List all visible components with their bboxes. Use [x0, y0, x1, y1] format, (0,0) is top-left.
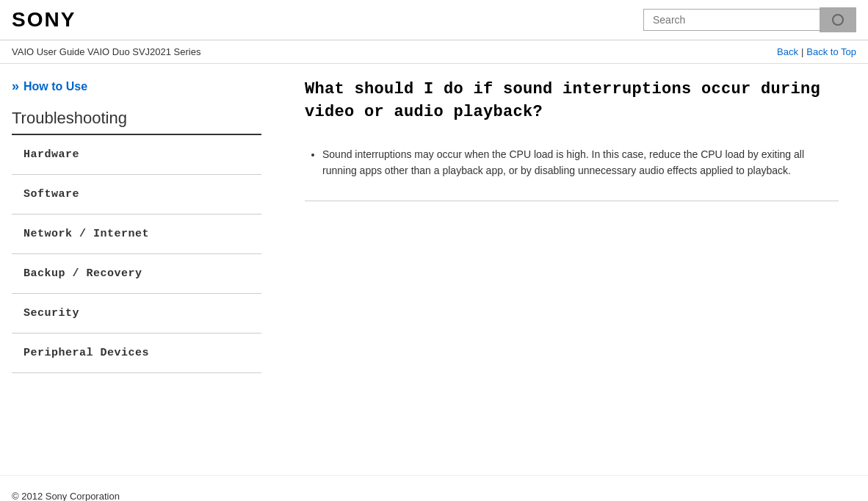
copyright-text: © 2012 Sony Corporation	[12, 491, 120, 501]
sidebar-nav: Hardware Software Network / Internet Bac…	[12, 135, 264, 373]
troubleshooting-title: Troubleshooting	[12, 109, 264, 128]
sidebar-item-backup-recovery[interactable]: Backup / Recovery	[12, 254, 261, 293]
search-icon	[832, 14, 844, 26]
content-divider	[305, 201, 839, 201]
guide-title: VAIO User Guide VAIO Duo SVJ2021 Series	[12, 46, 200, 57]
sidebar: » How to Use Troubleshooting Hardware So…	[0, 64, 275, 475]
content-list: Sound interruptions may occur when the C…	[305, 146, 839, 179]
back-link[interactable]: Back	[777, 46, 798, 57]
list-item: Backup / Recovery	[12, 254, 261, 294]
sony-logo: SONY	[12, 8, 76, 32]
list-item: Security	[12, 294, 261, 334]
sidebar-item-software[interactable]: Software	[12, 175, 261, 214]
breadcrumb-links: Back | Back to Top	[777, 46, 856, 57]
search-area	[643, 7, 856, 32]
breadcrumb-bar: VAIO User Guide VAIO Duo SVJ2021 Series …	[0, 40, 868, 64]
list-item: Peripheral Devices	[12, 334, 261, 373]
main-layout: » How to Use Troubleshooting Hardware So…	[0, 64, 868, 475]
header: SONY	[0, 0, 868, 40]
how-to-use-link[interactable]: » How to Use	[12, 79, 264, 94]
search-button[interactable]	[820, 7, 856, 32]
breadcrumb-separator: |	[801, 46, 803, 57]
how-to-use-label: How to Use	[23, 80, 87, 93]
search-input[interactable]	[643, 9, 820, 31]
content-title: What should I do if sound interruptions …	[305, 79, 839, 124]
troubleshooting-section: Troubleshooting Hardware Software Networ…	[12, 109, 264, 373]
content-area: What should I do if sound interruptions …	[275, 64, 868, 475]
list-item: Sound interruptions may occur when the C…	[322, 146, 839, 179]
list-item: Network / Internet	[12, 215, 261, 254]
list-item: Software	[12, 175, 261, 215]
list-item: Hardware	[12, 135, 261, 175]
back-to-top-link[interactable]: Back to Top	[806, 46, 856, 57]
chevron-right-icon: »	[12, 79, 19, 94]
sidebar-item-hardware[interactable]: Hardware	[12, 135, 261, 174]
sidebar-item-network-internet[interactable]: Network / Internet	[12, 215, 261, 253]
sidebar-item-peripheral-devices[interactable]: Peripheral Devices	[12, 334, 261, 372]
sidebar-item-security[interactable]: Security	[12, 294, 261, 333]
footer: © 2012 Sony Corporation	[0, 475, 868, 501]
